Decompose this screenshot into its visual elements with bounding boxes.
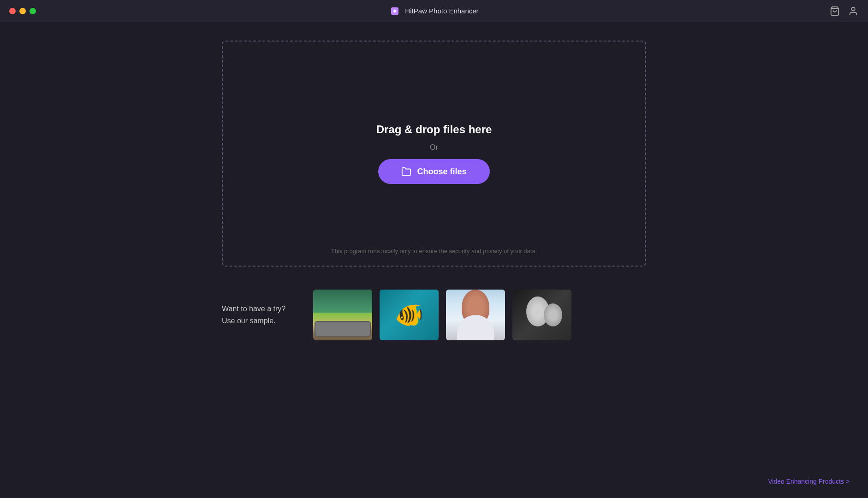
cart-icon[interactable] (829, 6, 840, 17)
drop-zone[interactable]: Drag & drop files here Or Choose files T… (222, 41, 646, 267)
sample-image-portrait[interactable] (446, 290, 505, 340)
titlebar-actions (829, 6, 859, 17)
close-button[interactable] (9, 8, 16, 14)
sample-images (313, 290, 571, 340)
user-icon[interactable] (848, 6, 859, 17)
maximize-button[interactable] (30, 8, 36, 14)
or-label: Or (430, 143, 438, 152)
folder-icon (401, 166, 411, 177)
sample-prompt-line1: Want to have a try? (222, 303, 285, 315)
choose-files-button[interactable]: Choose files (378, 159, 489, 184)
titlebar: HitPaw Photo Enhancer (0, 0, 868, 22)
drop-zone-content: Drag & drop files here Or Choose files (376, 123, 492, 184)
drag-drop-title: Drag & drop files here (376, 123, 492, 136)
sample-prompt: Want to have a try? Use our sample. (222, 303, 285, 326)
choose-files-label: Choose files (417, 167, 466, 177)
svg-point-2 (851, 7, 855, 10)
minimize-button[interactable] (19, 8, 26, 14)
sample-image-fish[interactable] (380, 290, 439, 340)
app-logo-icon (389, 6, 400, 17)
privacy-note: This program runs locally only to ensure… (331, 248, 537, 255)
video-enhancing-products-link[interactable]: Video Enhancing Products > (768, 478, 850, 485)
app-title: HitPaw Photo Enhancer (405, 7, 478, 15)
titlebar-center: HitPaw Photo Enhancer (389, 6, 478, 17)
sample-image-landscape[interactable] (313, 290, 372, 340)
sample-prompt-line2: Use our sample. (222, 315, 285, 327)
sample-section: Want to have a try? Use our sample. (222, 290, 646, 340)
traffic-lights (9, 8, 36, 14)
sample-image-flowers[interactable] (512, 290, 571, 340)
main-content: Drag & drop files here Or Choose files T… (0, 22, 868, 498)
